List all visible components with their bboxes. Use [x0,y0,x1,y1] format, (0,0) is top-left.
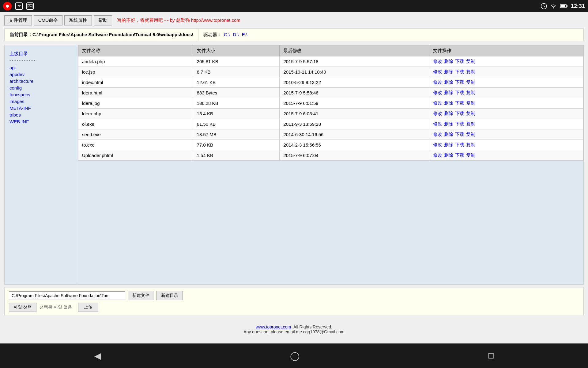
file-op-修改[interactable]: 修改 [433,111,442,116]
file-op-复制[interactable]: 复制 [466,59,475,64]
folder-config[interactable]: config [9,85,73,90]
folder-meta-inf[interactable]: META-INF [9,105,73,111]
file-op-删除[interactable]: 删除 [444,142,453,147]
file-op-修改[interactable]: 修改 [433,69,442,74]
current-dir: 当前目录：C:\Program Files\Apache Software Fo… [5,29,198,41]
file-op-下载[interactable]: 下载 [455,152,464,158]
file-op-删除[interactable]: 删除 [444,121,453,126]
file-op-复制[interactable]: 复制 [466,111,475,116]
file-select-btn[interactable]: 파일 선택 [9,303,36,312]
file-op-删除[interactable]: 删除 [444,152,453,158]
file-modified: 2010-5-29 9:13:22 [280,77,429,88]
back-btn[interactable]: ◀ [94,351,101,361]
file-ops: 修改删除下载复制 [429,67,583,77]
file-op-下载[interactable]: 下载 [455,100,464,105]
file-ops: 修改删除下载复制 [429,109,583,119]
file-op-复制[interactable]: 复制 [466,79,475,85]
folder-api[interactable]: api [9,65,73,70]
recents-btn[interactable]: □ [488,351,494,361]
file-size: 77.0 KB [193,140,280,150]
bottom-toolbar: 新建文件 新建目录 파일 선택 선택된 파일 없음 上传 [4,288,584,315]
file-manager-btn[interactable]: 文件管理 [4,15,32,25]
drive-e[interactable]: E:\ [242,32,247,37]
upload-btn[interactable]: 上传 [78,303,98,312]
file-op-删除[interactable]: 删除 [444,132,453,137]
table-row: index.html12.61 KB2010-5-29 9:13:22修改删除下… [78,77,583,88]
new-file-btn[interactable]: 新建文件 [128,291,154,300]
drives-label: 驱动器： [203,32,222,37]
file-op-修改[interactable]: 修改 [433,100,442,105]
file-name: oi.exe [78,119,193,129]
file-op-删除[interactable]: 删除 [444,59,453,64]
folder-tribes[interactable]: tribes [9,112,73,117]
file-modified: 2015-7-9 5:57:18 [280,56,429,67]
footer-line2: Any question, please email me cqq1978@Gm… [4,329,584,334]
help-btn[interactable]: 帮助 [94,15,112,25]
file-op-修改[interactable]: 修改 [433,152,442,158]
file-op-删除[interactable]: 删除 [444,79,453,85]
file-op-修改[interactable]: 修改 [433,132,442,137]
folder-funcspecs[interactable]: funcspecs [9,92,73,97]
folder-web-inf[interactable]: WEB-INF [9,119,73,124]
file-op-复制[interactable]: 复制 [466,121,475,126]
file-op-下载[interactable]: 下载 [455,69,464,74]
file-op-修改[interactable]: 修改 [433,90,442,95]
dir-path: C:\Program Files\Apache Software Foundat… [32,32,193,37]
footer-link[interactable]: www.topronet.com [256,324,291,329]
file-op-删除[interactable]: 删除 [444,100,453,105]
file-op-删除[interactable]: 删除 [444,90,453,95]
file-op-复制[interactable]: 复制 [466,100,475,105]
svg-rect-8 [567,5,567,7]
file-op-修改[interactable]: 修改 [433,121,442,126]
svg-point-0 [6,5,9,8]
file-op-删除[interactable]: 删除 [444,111,453,116]
file-op-修改[interactable]: 修改 [433,142,442,147]
file-op-下载[interactable]: 下载 [455,132,464,137]
file-op-下载[interactable]: 下载 [455,121,464,126]
file-ops: 修改删除下载复制 [429,150,583,161]
drives-section: 驱动器： C:\ D:\ E:\ [198,29,253,41]
parent-dir-link[interactable]: 上级目录 [9,51,73,57]
cmd-btn[interactable]: CMD命令 [34,15,62,25]
col-modified: 最后修改 [280,45,429,56]
file-op-复制[interactable]: 复制 [466,152,475,158]
file-op-修改[interactable]: 修改 [433,79,442,85]
status-bar: 72 12:31 [0,0,588,12]
file-op-下载[interactable]: 下载 [455,90,464,95]
new-dir-btn[interactable]: 新建目录 [156,291,183,300]
toolbar-row2: 파일 선택 선택된 파일 없음 上传 [9,303,579,312]
home-btn[interactable]: ◯ [290,351,300,361]
status-bar-left: 72 [3,2,34,10]
file-name: index.html [78,77,193,88]
system-props-btn[interactable]: 系统属性 [64,15,92,25]
file-op-下载[interactable]: 下载 [455,59,464,64]
file-modified: 2015-7-9 5:58:46 [280,88,429,98]
file-op-下载[interactable]: 下载 [455,79,464,85]
drive-c[interactable]: C:\ [224,32,230,37]
file-modified: 2015-10-11 14:10:40 [280,67,429,77]
col-filesize: 文件大小 [193,45,280,56]
footer: www.topronet.com ,All Rights Reserved. A… [4,315,584,340]
file-modified: 2011-9-3 13:59:28 [280,119,429,129]
clock-icon [541,3,547,9]
file-op-删除[interactable]: 删除 [444,69,453,74]
drive-d[interactable]: D:\ [233,32,239,37]
folder-architecture[interactable]: architecture [9,79,73,84]
dir-bar: 当前目录：C:\Program Files\Apache Software Fo… [4,29,584,41]
file-op-复制[interactable]: 复制 [466,132,475,137]
table-row: andela.php205.81 KB2015-7-9 5:57:18修改删除下… [78,56,583,67]
android-nav-bar: ◀ ◯ □ [0,343,588,368]
file-op-下载[interactable]: 下载 [455,142,464,147]
battery-icon [560,4,568,8]
table-row: Uploader.phtml1.54 KB2015-7-9 6:07:04修改删… [78,150,583,161]
file-op-复制[interactable]: 复制 [466,69,475,74]
file-op-复制[interactable]: 复制 [466,90,475,95]
file-op-修改[interactable]: 修改 [433,59,442,64]
folder-images[interactable]: images [9,99,73,104]
table-row: ice.jsp6.7 KB2015-10-11 14:10:40修改删除下载复制 [78,67,583,77]
file-op-复制[interactable]: 复制 [466,142,475,147]
file-modified: 2014-2-3 15:56:56 [280,140,429,150]
folder-appdev[interactable]: appdev [9,72,73,77]
path-input[interactable] [9,291,125,300]
file-op-下载[interactable]: 下载 [455,111,464,116]
